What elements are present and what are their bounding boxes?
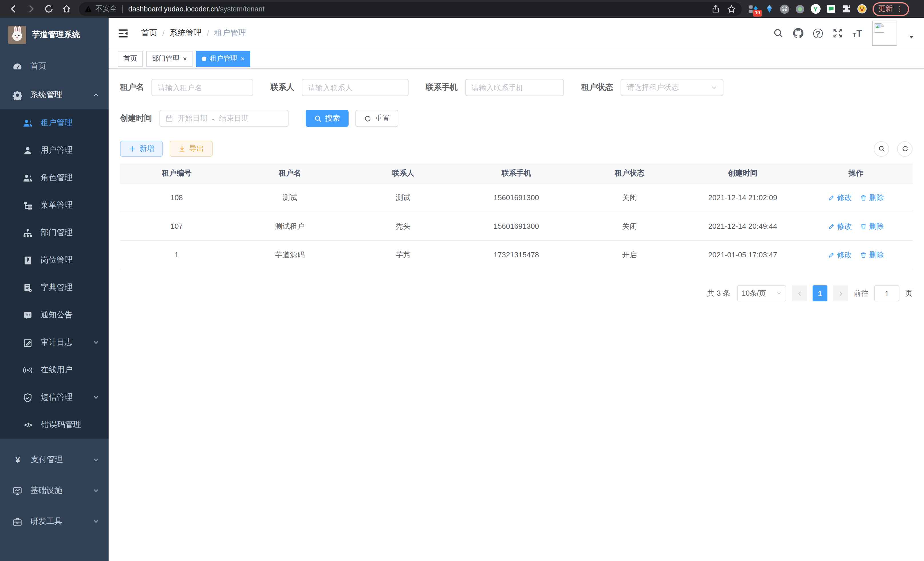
breadcrumb-separator: / xyxy=(162,29,165,38)
extension-record-icon[interactable] xyxy=(795,4,805,14)
filter-label: 联系手机 xyxy=(426,82,458,93)
edit-icon xyxy=(828,194,835,201)
sidebar-item-dict[interactable]: 字典管理 xyxy=(0,274,109,301)
sidebar-item-infrastructure[interactable]: 基础设施 xyxy=(0,475,109,506)
tab-close-icon[interactable]: × xyxy=(241,55,244,62)
delete-link[interactable]: 删除 xyxy=(860,193,884,203)
page-size-select[interactable]: 10条/页 xyxy=(737,285,786,301)
y-logo-glyph: Y xyxy=(811,4,820,14)
extension-command-icon[interactable]: ⌘ xyxy=(779,4,790,14)
tab-close-icon[interactable]: × xyxy=(183,55,187,62)
cell-contact: 秃头 xyxy=(346,212,460,241)
browser-update-button[interactable]: 更新 ⋮ xyxy=(873,2,909,16)
help-icon[interactable]: ? xyxy=(813,28,823,38)
sidebar-item-audit-log[interactable]: 审计日志 xyxy=(0,329,109,356)
caret-down-icon[interactable] xyxy=(908,34,915,41)
table-row[interactable]: 1 芋道源码 芋艿 17321315478 开启 2021-01-05 17:0… xyxy=(120,241,913,269)
reset-button[interactable]: 重置 xyxy=(356,110,398,127)
breadcrumb-item[interactable]: 首页 xyxy=(141,28,157,38)
extension-kite-icon[interactable] xyxy=(764,4,774,14)
address-bar[interactable]: 不安全 dashboard.yudao.iocoder.cn/system/te… xyxy=(79,2,742,16)
show-search-toggle-button[interactable] xyxy=(874,141,889,156)
filter-row-2: 创建时间 开始日期 - 结束日期 搜索 重置 xyxy=(120,110,913,127)
extension-grid-icon[interactable]: 10 xyxy=(748,4,759,14)
add-button[interactable]: 新增 xyxy=(120,141,163,157)
sidebar-item-roles[interactable]: 角色管理 xyxy=(0,164,109,192)
user-avatar[interactable] xyxy=(872,21,897,46)
sidebar-item-error-codes[interactable]: </> 错误码管理 xyxy=(0,411,109,439)
sidebar-item-home[interactable]: 首页 xyxy=(0,52,109,81)
fullscreen-icon[interactable] xyxy=(832,28,843,38)
tab-home[interactable]: 首页 xyxy=(118,51,143,67)
sidebar: 芋道管理系统 首页 系统管理 租户管理 用户管理 xyxy=(0,18,109,561)
tab-departments[interactable]: 部门管理 × xyxy=(146,51,193,67)
refresh-table-button[interactable] xyxy=(897,141,913,156)
next-page-button[interactable] xyxy=(833,285,848,301)
table-row[interactable]: 108 测试 测试 15601691300 关闭 2021-12-14 21:0… xyxy=(120,183,913,212)
sidebar-item-posts[interactable]: 岗位管理 xyxy=(0,247,109,274)
profile-avatar-icon[interactable] xyxy=(856,4,867,14)
sidebar-item-label: 支付管理 xyxy=(31,455,63,465)
kebab-menu-icon[interactable]: ⋮ xyxy=(896,5,903,13)
top-navbar: 首页 / 系统管理 / 租户管理 ? TT xyxy=(109,18,924,49)
filter-label: 联系人 xyxy=(270,82,294,93)
search-icon xyxy=(314,115,322,122)
share-icon[interactable] xyxy=(711,5,720,13)
sidebar-fold-icon[interactable] xyxy=(118,28,129,39)
edit-link[interactable]: 修改 xyxy=(828,193,852,203)
search-button[interactable]: 搜索 xyxy=(306,110,349,127)
extensions-area: 10 ⌘ Y xyxy=(748,4,867,14)
page-number-button[interactable]: 1 xyxy=(813,285,827,301)
search-icon[interactable] xyxy=(773,28,783,38)
github-icon[interactable] xyxy=(793,28,803,38)
sidebar-item-online-users[interactable]: 在线用户 xyxy=(0,356,109,384)
edit-link[interactable]: 修改 xyxy=(828,250,852,260)
browser-home-icon[interactable] xyxy=(62,4,71,14)
security-warning-icon[interactable] xyxy=(85,5,92,13)
table-row[interactable]: 107 测试租户 秃头 15601691300 关闭 2021-12-14 20… xyxy=(120,212,913,241)
prev-page-button[interactable] xyxy=(792,285,807,301)
sidebar-item-notice[interactable]: 通知公告 xyxy=(0,301,109,329)
browser-forward-icon[interactable] xyxy=(26,4,36,14)
chevron-down-icon xyxy=(93,487,99,494)
contact-input[interactable] xyxy=(302,79,409,96)
status-select[interactable]: 请选择租户状态 xyxy=(621,79,723,96)
logo-rabbit-image xyxy=(8,26,26,44)
delete-link[interactable]: 删除 xyxy=(860,250,884,260)
sidebar-item-tenant[interactable]: 租户管理 xyxy=(0,109,109,137)
mobile-input[interactable] xyxy=(465,79,564,96)
breadcrumb-item[interactable]: 系统管理 xyxy=(170,28,202,38)
message-bubble-icon xyxy=(23,310,33,320)
export-button[interactable]: 导出 xyxy=(170,141,213,157)
cell-tenant-id: 108 xyxy=(120,183,233,212)
sidebar-item-system[interactable]: 系统管理 xyxy=(0,81,109,109)
tab-tenant[interactable]: 租户管理 × xyxy=(196,51,250,67)
plus-icon xyxy=(129,145,136,152)
goto-page-input[interactable] xyxy=(874,285,899,301)
sidebar-item-menus[interactable]: 菜单管理 xyxy=(0,192,109,219)
extension-chat-icon[interactable] xyxy=(826,4,836,14)
tenant-name-input[interactable] xyxy=(152,79,253,96)
delete-link[interactable]: 删除 xyxy=(860,221,884,231)
sidebar-item-payment[interactable]: ¥ 支付管理 xyxy=(0,444,109,475)
extension-yudao-icon[interactable]: Y xyxy=(810,4,820,14)
extensions-puzzle-icon[interactable] xyxy=(841,4,851,14)
browser-reload-icon[interactable] xyxy=(44,4,54,14)
security-label: 不安全 xyxy=(95,4,117,14)
column-header: 租户状态 xyxy=(573,164,686,183)
browser-back-icon[interactable] xyxy=(9,4,18,14)
font-size-icon[interactable]: TT xyxy=(853,28,862,38)
sidebar-item-sms[interactable]: 短信管理 xyxy=(0,384,109,411)
tenant-table: 租户编号 租户名 联系人 联系手机 租户状态 创建时间 操作 108 测试 xyxy=(120,164,913,269)
filter-row-1: 租户名 联系人 联系手机 租户状态 请选择租户状态 xyxy=(120,79,913,96)
extension-badge: 10 xyxy=(753,9,762,16)
edit-log-icon xyxy=(23,338,33,347)
date-range-picker[interactable]: 开始日期 - 结束日期 xyxy=(159,110,289,127)
chevron-left-icon xyxy=(796,290,802,296)
bookmark-star-icon[interactable] xyxy=(727,4,736,14)
edit-link[interactable]: 修改 xyxy=(828,221,852,231)
sidebar-item-dev-tools[interactable]: 研发工具 xyxy=(0,506,109,537)
code-icon: </> xyxy=(23,421,33,428)
sidebar-item-users[interactable]: 用户管理 xyxy=(0,137,109,164)
sidebar-item-departments[interactable]: 部门管理 xyxy=(0,219,109,247)
